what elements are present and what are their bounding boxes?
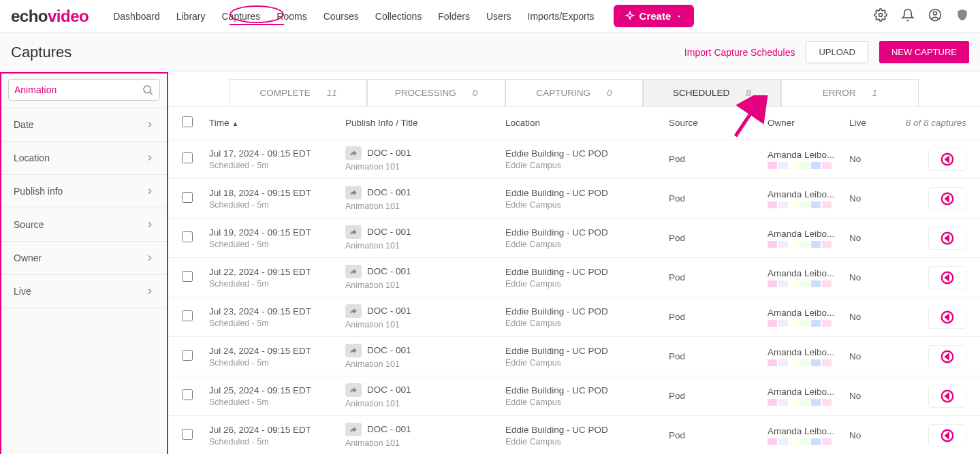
col-publish-header[interactable]: Publish Info / Title — [345, 118, 505, 128]
row-action-button[interactable] — [928, 345, 966, 368]
row-owner: Amanda Leibo... — [768, 229, 836, 239]
filter-location[interactable]: Location — [1, 142, 167, 175]
row-publish: DOC - 001 — [345, 383, 505, 397]
row-checkbox[interactable] — [182, 310, 193, 321]
row-action-button[interactable] — [928, 227, 966, 250]
row-course: Animation 101 — [345, 201, 505, 211]
nav-dashboard[interactable]: Dashboard — [105, 1, 168, 31]
row-location: Eddie Building - UC POD — [505, 346, 669, 356]
row-live: No — [849, 351, 890, 361]
bell-icon — [901, 8, 915, 22]
row-action-button[interactable] — [928, 187, 966, 210]
account-button[interactable] — [928, 8, 942, 24]
filter-label: Source — [14, 219, 44, 230]
row-time: Jul 17, 2024 - 09:15 EDT — [209, 148, 345, 159]
row-time: Jul 24, 2024 - 09:15 EDT — [209, 346, 345, 356]
nav-courses[interactable]: Courses — [315, 1, 367, 31]
row-owner: Amanda Leibo... — [768, 268, 836, 278]
row-status: Scheduled - 5m — [209, 319, 345, 328]
row-course: Animation 101 — [345, 399, 505, 408]
select-all-checkbox[interactable] — [182, 116, 193, 127]
table-row[interactable]: Jul 26, 2024 - 09:15 EDTScheduled - 5mDO… — [168, 416, 980, 454]
new-capture-button[interactable]: NEW CAPTURE — [879, 41, 969, 63]
row-owner-colors — [768, 201, 849, 208]
filter-publish-info[interactable]: Publish info — [1, 175, 167, 208]
import-schedules-link[interactable]: Import Capture Schedules — [684, 47, 795, 58]
filter-live[interactable]: Live — [1, 275, 167, 308]
row-checkbox[interactable] — [182, 152, 193, 163]
create-button[interactable]: Create — [614, 5, 695, 27]
filter-source[interactable]: Source — [1, 208, 167, 242]
tab-scheduled[interactable]: SCHEDULED8 — [643, 79, 780, 106]
nav-users[interactable]: Users — [478, 1, 520, 31]
logo[interactable]: echovideo — [11, 7, 89, 26]
nav-underline — [230, 24, 284, 25]
share-icon — [345, 304, 362, 318]
col-location-header[interactable]: Location — [505, 118, 669, 128]
row-checkbox[interactable] — [182, 271, 193, 282]
col-live-header[interactable]: Live — [849, 118, 890, 128]
tab-error[interactable]: ERROR1 — [781, 79, 919, 106]
upload-button[interactable]: UPLOAD — [806, 41, 868, 63]
table-header: Time▲ Publish Info / Title Location Sour… — [168, 107, 980, 140]
table-row[interactable]: Jul 22, 2024 - 09:15 EDTScheduled - 5mDO… — [168, 258, 980, 297]
tab-complete[interactable]: COMPLETE11 — [230, 79, 367, 106]
settings-menu[interactable] — [874, 8, 887, 24]
search-field-wrap[interactable] — [8, 79, 160, 101]
search-input[interactable] — [14, 84, 142, 95]
row-source: Pod — [669, 272, 768, 282]
create-label: Create — [639, 10, 671, 22]
row-status: Scheduled - 5m — [209, 200, 345, 210]
table-row[interactable]: Jul 19, 2024 - 09:15 EDTScheduled - 5mDO… — [168, 218, 980, 258]
institution-button[interactable] — [955, 8, 969, 24]
row-checkbox[interactable] — [182, 231, 193, 242]
tab-processing[interactable]: PROCESSING0 — [367, 79, 505, 106]
col-time-header[interactable]: Time▲ — [209, 118, 345, 128]
table-row[interactable]: Jul 23, 2024 - 09:15 EDTScheduled - 5mDO… — [168, 297, 980, 337]
row-campus: Eddie Campus — [505, 240, 669, 249]
nav-rooms[interactable]: Rooms — [268, 1, 315, 31]
nav-imports-exports[interactable]: Imports/Exports — [520, 1, 603, 31]
notifications-button[interactable] — [901, 8, 915, 24]
row-checkbox[interactable] — [182, 350, 193, 361]
row-campus: Eddie Campus — [505, 319, 669, 328]
row-action-button[interactable] — [928, 266, 966, 289]
row-action-button[interactable] — [928, 148, 966, 171]
tab-capturing[interactable]: CAPTURING0 — [505, 79, 643, 106]
row-action-button[interactable] — [928, 385, 966, 408]
chevron-right-icon — [145, 287, 155, 296]
row-owner-colors — [768, 280, 849, 287]
row-checkbox[interactable] — [182, 389, 193, 400]
row-action-button[interactable] — [928, 424, 966, 447]
nav-collections[interactable]: Collections — [367, 1, 430, 31]
row-checkbox[interactable] — [182, 192, 193, 203]
nav-library[interactable]: Library — [168, 1, 214, 31]
col-source-header[interactable]: Source — [669, 118, 768, 128]
rewind-circle-icon — [940, 310, 955, 325]
row-checkbox[interactable] — [182, 429, 193, 440]
filter-owner[interactable]: Owner — [1, 242, 167, 275]
row-owner-colors — [768, 320, 849, 327]
col-owner-header[interactable]: Owner — [768, 118, 849, 128]
table-row[interactable]: Jul 17, 2024 - 09:15 EDTScheduled - 5mDO… — [168, 140, 980, 179]
nav-captures[interactable]: Captures — [214, 1, 269, 31]
row-location: Eddie Building - UC POD — [505, 227, 669, 238]
row-location: Eddie Building - UC POD — [505, 188, 669, 198]
tab-label: PROCESSING — [395, 88, 456, 98]
table-row[interactable]: Jul 24, 2024 - 09:15 EDTScheduled - 5mDO… — [168, 337, 980, 376]
row-owner-colors — [768, 241, 849, 248]
filter-date[interactable]: Date — [1, 108, 167, 142]
nav-folders[interactable]: Folders — [430, 1, 478, 31]
row-live: No — [849, 391, 890, 401]
table-row[interactable]: Jul 18, 2024 - 09:15 EDTScheduled - 5mDO… — [168, 179, 980, 218]
row-live: No — [849, 233, 890, 243]
row-status: Scheduled - 5m — [209, 161, 345, 170]
row-location: Eddie Building - UC POD — [505, 385, 669, 395]
tab-label: CAPTURING — [537, 88, 591, 98]
rewind-circle-icon — [940, 152, 955, 167]
table-row[interactable]: Jul 25, 2024 - 09:15 EDTScheduled - 5mDO… — [168, 376, 980, 416]
row-action-button[interactable] — [928, 306, 966, 329]
row-course: Animation 101 — [345, 280, 505, 290]
chevron-right-icon — [145, 153, 155, 163]
row-location: Eddie Building - UC POD — [505, 148, 669, 159]
